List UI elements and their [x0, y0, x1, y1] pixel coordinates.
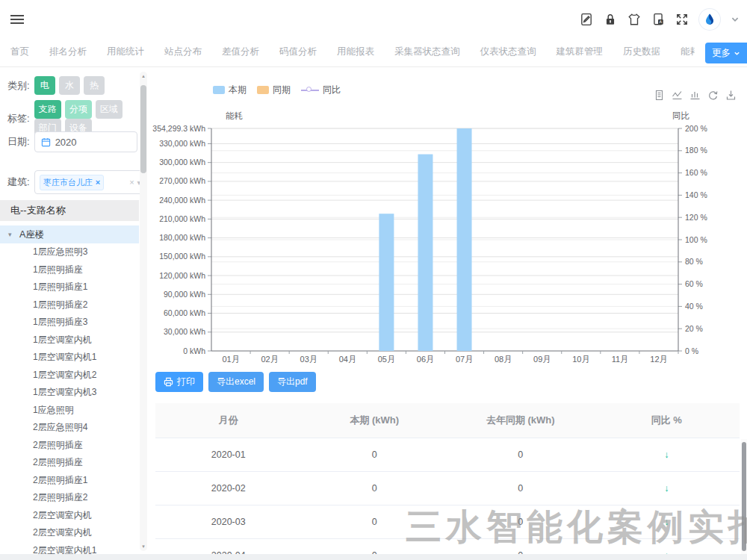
trend-down-arrow: ↓ — [594, 538, 740, 554]
svg-text:90,000 kWh: 90,000 kWh — [164, 290, 205, 299]
tree-item[interactable]: 1层照明插座2 — [0, 296, 139, 314]
svg-text:11月: 11月 — [612, 355, 628, 364]
tree-item[interactable]: 2层空调室内机 — [0, 524, 139, 542]
lock-icon[interactable] — [604, 13, 617, 26]
tree-item[interactable]: 2层照明插座 — [0, 454, 139, 472]
comparison-table: 月份本期 (kWh)去年同期 (kWh)同比 % 2020-0100↓2020-… — [155, 403, 740, 554]
tab-采集器状态查询[interactable]: 采集器状态查询 — [394, 39, 460, 66]
tree-list-header: 电--支路名称 — [0, 200, 139, 221]
table-scrollbar[interactable] — [741, 439, 747, 554]
tree-item[interactable]: 1层应急照明3 — [0, 243, 139, 261]
filter-option-支路[interactable]: 支路 — [34, 100, 61, 119]
tree-item[interactable]: 1层空调室内机1 — [0, 349, 139, 367]
svg-text:330,000 kWh: 330,000 kWh — [159, 139, 205, 148]
table-row: 2020-0100↓ — [155, 438, 740, 471]
tree-item[interactable]: 2层照明插座1 — [0, 472, 139, 490]
water-drop-logo[interactable] — [699, 9, 720, 30]
tab-能耗公示[interactable]: 能耗公示 — [681, 39, 695, 66]
filter-option-分项[interactable]: 分项 — [65, 100, 92, 119]
tree-node-root[interactable]: ▾A座楼 — [0, 225, 139, 243]
bar-07月 — [457, 128, 472, 351]
filter-option-水[interactable]: 水 — [59, 76, 80, 95]
tab-用能统计[interactable]: 用能统计 — [107, 39, 144, 66]
scroll-up-icon[interactable]: ▴ — [140, 73, 147, 79]
tab-历史数据[interactable]: 历史数据 — [623, 39, 660, 66]
tab-仪表状态查询[interactable]: 仪表状态查询 — [480, 39, 536, 66]
tree-item[interactable]: 1层照明插座1 — [0, 279, 139, 296]
tag-label: 标签: — [7, 112, 30, 125]
select-clear-icon[interactable]: × — [129, 178, 134, 187]
date-filter-row: 日期: 2020 — [7, 131, 137, 152]
scroll-down-icon[interactable]: ▾ — [140, 544, 147, 550]
tab-label: 差值分析 — [222, 46, 259, 58]
filter-option-区域[interactable]: 区域 — [96, 100, 123, 119]
tree-item[interactable]: 1层照明插座3 — [0, 314, 139, 332]
tree-item[interactable]: 2层照明插座2 — [0, 489, 139, 507]
tree-item[interactable]: 1应急照明 — [0, 402, 139, 420]
table-cell: 0 — [447, 438, 594, 471]
tab-差值分析[interactable]: 差值分析 — [222, 39, 259, 66]
tab-label: 排名分析 — [49, 46, 87, 58]
tab-建筑群管理[interactable]: 建筑群管理 — [557, 39, 604, 66]
svg-text:300,000 kWh: 300,000 kWh — [159, 158, 205, 167]
fullscreen-icon[interactable] — [675, 13, 689, 26]
table-cell: 0 — [302, 505, 448, 538]
sidebar: 类别: 电水热 标签: 支路分项区域部门设备 日期: 2020 建筑: 枣庄市台… — [0, 67, 149, 554]
export-excel-button[interactable]: 导出excel — [208, 372, 264, 392]
svg-text:20 %: 20 % — [685, 324, 703, 333]
tab-label: 站点分布 — [164, 46, 202, 58]
tree-item[interactable]: 2层照明插座 — [0, 437, 139, 455]
svg-text:180,000 kWh: 180,000 kWh — [159, 233, 205, 242]
filter-option-热[interactable]: 热 — [84, 76, 105, 95]
tree-item[interactable]: 1层空调室内机 — [0, 332, 139, 349]
tree-expand-icon[interactable]: ▾ — [8, 225, 12, 243]
svg-text:A: A — [660, 19, 663, 24]
svg-text:120 %: 120 % — [685, 213, 707, 222]
comparison-table-wrap: 月份本期 (kWh)去年同期 (kWh)同比 % 2020-0100↓2020-… — [155, 403, 747, 554]
tree-item[interactable]: 1层照明插座 — [0, 261, 139, 279]
svg-text:0 %: 0 % — [685, 346, 698, 355]
tree-item[interactable]: 1层空调室内机2 — [0, 367, 139, 385]
column-header-月份: 月份 — [155, 403, 302, 438]
scroll-thumb[interactable] — [140, 85, 146, 173]
tab-排名分析[interactable]: 排名分析 — [49, 39, 87, 66]
tab-码值分析[interactable]: 码值分析 — [279, 39, 317, 66]
tab-站点分布[interactable]: 站点分布 — [164, 39, 202, 66]
filter-option-电[interactable]: 电 — [34, 76, 55, 95]
svg-text:160 %: 160 % — [685, 168, 707, 177]
building-tag: 枣庄市台儿庄 × — [40, 175, 104, 190]
sidebar-scrollbar[interactable]: ▴ ▾ — [140, 72, 147, 551]
date-input[interactable]: 2020 — [34, 131, 137, 152]
svg-text:80 %: 80 % — [685, 257, 703, 266]
svg-text:09月: 09月 — [533, 355, 551, 364]
tab-首页[interactable]: 首页 — [10, 39, 29, 66]
bar-06月 — [418, 155, 433, 351]
svg-text:06月: 06月 — [417, 355, 434, 364]
tree-item[interactable]: 2层空调室内机 — [0, 507, 139, 525]
trend-down-arrow: ↓ — [594, 505, 740, 538]
svg-text:270,000 kWh: 270,000 kWh — [159, 176, 205, 185]
tag-close-icon[interactable]: × — [96, 178, 100, 187]
chevron-down-icon[interactable] — [731, 15, 740, 24]
export-button-row: 打印 导出excel 导出pdf — [155, 372, 316, 392]
export-pdf-button[interactable]: 导出pdf — [269, 372, 316, 392]
tree-item[interactable]: 2层应急照明4 — [0, 419, 139, 437]
export-pdf-label: 导出pdf — [277, 376, 308, 388]
table-scroll-thumb[interactable] — [742, 442, 746, 551]
tree-item[interactable]: 2层空调室内机1 — [0, 542, 139, 555]
table-cell: 2020-01 — [155, 438, 302, 471]
mobile-card-icon[interactable]: A — [651, 13, 665, 26]
print-button[interactable]: 打印 — [155, 372, 203, 392]
tree-item[interactable]: 1层空调室内机3 — [0, 384, 139, 402]
tab-label: 码值分析 — [279, 46, 317, 58]
note-icon[interactable] — [580, 13, 593, 26]
building-select[interactable]: 枣庄市台儿庄 × × ▾ — [34, 170, 146, 194]
hamburger-icon[interactable] — [10, 13, 24, 25]
tab-用能报表[interactable]: 用能报表 — [337, 39, 374, 66]
theme-shirt-icon[interactable] — [627, 13, 641, 26]
svg-text:07月: 07月 — [456, 355, 473, 364]
svg-text:200 %: 200 % — [685, 124, 707, 133]
printer-icon — [164, 377, 173, 387]
more-button[interactable]: 更多 — [705, 43, 747, 63]
svg-text:04月: 04月 — [339, 355, 356, 364]
